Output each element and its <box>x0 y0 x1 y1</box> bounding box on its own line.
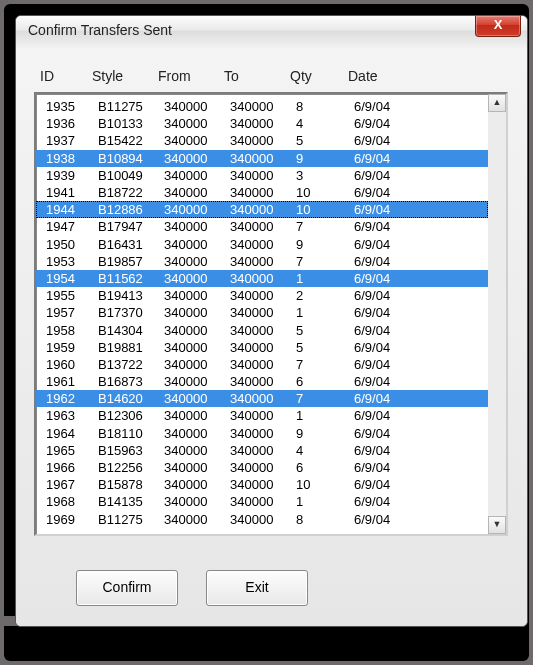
cell-to: 340000 <box>230 133 296 148</box>
table-row[interactable]: 1957B1737034000034000016/9/04 <box>36 304 488 321</box>
cell-id: 1961 <box>46 374 98 389</box>
cell-date: 6/9/04 <box>354 460 424 475</box>
table-row[interactable]: 1966B1225634000034000066/9/04 <box>36 459 488 476</box>
cell-from: 340000 <box>164 391 230 406</box>
scrollbar[interactable]: ▲ ▼ <box>488 94 506 534</box>
table-row[interactable]: 1935B1127534000034000086/9/04 <box>36 98 488 115</box>
cell-from: 340000 <box>164 168 230 183</box>
scroll-track[interactable] <box>488 112 506 516</box>
scroll-up-button[interactable]: ▲ <box>488 94 506 112</box>
scroll-down-button[interactable]: ▼ <box>488 516 506 534</box>
cell-id: 1939 <box>46 168 98 183</box>
cell-to: 340000 <box>230 305 296 320</box>
dialog-content: ID Style From To Qty Date 1935B112753400… <box>16 48 527 626</box>
table-row[interactable]: 1938B1089434000034000096/9/04 <box>36 150 488 167</box>
cell-id: 1967 <box>46 477 98 492</box>
cell-date: 6/9/04 <box>354 512 424 527</box>
table-row[interactable]: 1965B1596334000034000046/9/04 <box>36 442 488 459</box>
cell-id: 1935 <box>46 99 98 114</box>
table-row[interactable]: 1954B1156234000034000016/9/04 <box>36 270 488 287</box>
table-row[interactable]: 1939B1004934000034000036/9/04 <box>36 167 488 184</box>
cell-to: 340000 <box>230 116 296 131</box>
table-row[interactable]: 1960B1372234000034000076/9/04 <box>36 356 488 373</box>
cell-id: 1955 <box>46 288 98 303</box>
table-row[interactable]: 1964B1811034000034000096/9/04 <box>36 425 488 442</box>
cell-date: 6/9/04 <box>354 288 424 303</box>
cell-to: 340000 <box>230 357 296 372</box>
cell-date: 6/9/04 <box>354 477 424 492</box>
close-button[interactable]: X <box>475 16 521 37</box>
cell-id: 1968 <box>46 494 98 509</box>
cell-style: B14135 <box>98 494 164 509</box>
cell-to: 340000 <box>230 323 296 338</box>
cell-qty: 2 <box>296 288 354 303</box>
cell-qty: 9 <box>296 151 354 166</box>
cell-date: 6/9/04 <box>354 357 424 372</box>
cell-from: 340000 <box>164 288 230 303</box>
table-row[interactable]: 1941B18722340000340000106/9/04 <box>36 184 488 201</box>
cell-qty: 4 <box>296 116 354 131</box>
cell-style: B18722 <box>98 185 164 200</box>
cell-id: 1960 <box>46 357 98 372</box>
table-row[interactable]: 1947B1794734000034000076/9/04 <box>36 218 488 235</box>
cell-to: 340000 <box>230 151 296 166</box>
exit-button[interactable]: Exit <box>206 570 308 606</box>
cell-from: 340000 <box>164 185 230 200</box>
cell-to: 340000 <box>230 237 296 252</box>
cell-style: B19413 <box>98 288 164 303</box>
cell-date: 6/9/04 <box>354 443 424 458</box>
cell-to: 340000 <box>230 426 296 441</box>
table-row[interactable]: 1969B1127534000034000086/9/04 <box>36 511 488 528</box>
confirm-button[interactable]: Confirm <box>76 570 178 606</box>
cell-id: 1965 <box>46 443 98 458</box>
cell-date: 6/9/04 <box>354 254 424 269</box>
table-row[interactable]: 1961B1687334000034000066/9/04 <box>36 373 488 390</box>
cell-date: 6/9/04 <box>354 116 424 131</box>
transfer-listbox[interactable]: 1935B1127534000034000086/9/041936B101333… <box>34 92 508 536</box>
cell-from: 340000 <box>164 443 230 458</box>
table-row[interactable]: 1944B12886340000340000106/9/04 <box>36 201 488 218</box>
table-row[interactable]: 1953B1985734000034000076/9/04 <box>36 253 488 270</box>
cell-date: 6/9/04 <box>354 99 424 114</box>
cell-qty: 6 <box>296 374 354 389</box>
cell-to: 340000 <box>230 374 296 389</box>
cell-style: B13722 <box>98 357 164 372</box>
cell-style: B10894 <box>98 151 164 166</box>
cell-to: 340000 <box>230 271 296 286</box>
cell-date: 6/9/04 <box>354 219 424 234</box>
cell-style: B10049 <box>98 168 164 183</box>
cell-id: 1944 <box>46 202 98 217</box>
table-row[interactable]: 1936B1013334000034000046/9/04 <box>36 115 488 132</box>
cell-date: 6/9/04 <box>354 494 424 509</box>
table-row[interactable]: 1967B15878340000340000106/9/04 <box>36 476 488 493</box>
cell-id: 1962 <box>46 391 98 406</box>
cell-qty: 6 <box>296 460 354 475</box>
cell-id: 1950 <box>46 237 98 252</box>
arrow-up-icon: ▲ <box>493 97 502 107</box>
header-id: ID <box>40 68 92 84</box>
cell-qty: 10 <box>296 477 354 492</box>
cell-style: B16431 <box>98 237 164 252</box>
cell-from: 340000 <box>164 494 230 509</box>
table-row[interactable]: 1959B1988134000034000056/9/04 <box>36 339 488 356</box>
table-row[interactable]: 1958B1430434000034000056/9/04 <box>36 321 488 338</box>
cell-date: 6/9/04 <box>354 237 424 252</box>
cell-style: B19857 <box>98 254 164 269</box>
table-row[interactable]: 1950B1643134000034000096/9/04 <box>36 236 488 253</box>
cell-qty: 8 <box>296 99 354 114</box>
table-row[interactable]: 1962B1462034000034000076/9/04 <box>36 390 488 407</box>
table-row[interactable]: 1955B1941334000034000026/9/04 <box>36 287 488 304</box>
cell-style: B11275 <box>98 99 164 114</box>
cell-style: B19881 <box>98 340 164 355</box>
cell-date: 6/9/04 <box>354 185 424 200</box>
cell-to: 340000 <box>230 494 296 509</box>
table-row[interactable]: 1963B1230634000034000016/9/04 <box>36 407 488 424</box>
table-row[interactable]: 1937B1542234000034000056/9/04 <box>36 132 488 149</box>
cell-from: 340000 <box>164 340 230 355</box>
cell-to: 340000 <box>230 391 296 406</box>
cell-date: 6/9/04 <box>354 426 424 441</box>
arrow-down-icon: ▼ <box>493 519 502 529</box>
table-row[interactable]: 1968B1413534000034000016/9/04 <box>36 493 488 510</box>
titlebar[interactable]: Confirm Transfers Sent X <box>16 16 527 49</box>
cell-id: 1953 <box>46 254 98 269</box>
